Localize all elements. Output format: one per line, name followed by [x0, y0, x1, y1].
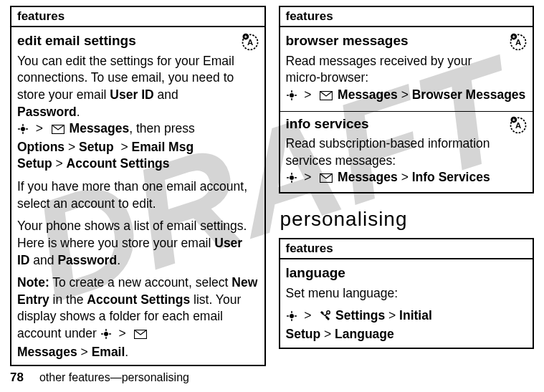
- info-services-p1: Read subscription-based information serv…: [286, 135, 505, 169]
- gt: >: [120, 140, 128, 154]
- svg-point-20: [290, 314, 294, 318]
- note-label: Note:: [17, 275, 49, 290]
- gt: >: [56, 156, 63, 171]
- text: Your phone shows a list of email setting…: [17, 219, 247, 250]
- edit-email-p1: You can edit the settings for your Email…: [17, 53, 236, 121]
- gt: >: [304, 87, 311, 102]
- gt: >: [401, 87, 409, 102]
- browser-messages-title: browser messages: [286, 32, 505, 50]
- gt: >: [36, 121, 43, 135]
- password-label: Password: [17, 105, 77, 119]
- edit-email-p3: Your phone shows a list of email setting…: [17, 218, 259, 269]
- edit-email-title: edit email settings: [17, 32, 236, 50]
- browser-messages-label: Browser Messages: [412, 87, 526, 102]
- text: , then press: [129, 121, 194, 135]
- footer-text: other features—personalising: [39, 371, 189, 384]
- operator-badge-icon: +A: [508, 115, 528, 140]
- center-key-icon: [286, 310, 297, 321]
- text: .: [77, 105, 80, 119]
- svg-point-6: [104, 332, 108, 336]
- center-key-icon: [286, 171, 297, 183]
- center-key-icon: [100, 328, 112, 339]
- page-number: 78: [10, 371, 24, 385]
- right-features-header: features: [280, 7, 533, 27]
- gt: >: [68, 140, 75, 154]
- language-label: Language: [335, 327, 394, 341]
- account-settings-label: Account Settings: [87, 292, 190, 307]
- gt: >: [401, 170, 409, 184]
- language-title: language: [286, 264, 528, 282]
- info-services-nav: > Messages > Info Services: [286, 169, 528, 188]
- page-footer: 78 other features—personalising: [10, 371, 189, 385]
- envelope-icon: [320, 88, 333, 105]
- edit-email-nav: > Messages, then press Options > Setup >…: [17, 120, 259, 173]
- envelope-icon: [134, 327, 147, 344]
- browser-messages-nav: > Messages > Browser Messages: [286, 87, 528, 105]
- setup-label: Setup: [79, 140, 114, 154]
- gt: >: [81, 345, 88, 359]
- gt: >: [388, 308, 396, 322]
- messages-label: Messages: [338, 87, 398, 102]
- svg-point-4: [21, 127, 25, 131]
- text: and: [30, 253, 58, 267]
- left-features-box: features edit email settings +A You can …: [10, 6, 266, 366]
- right-features-box: features browser messages +A Read messag…: [279, 6, 535, 193]
- language-nav: > Settings > Initial Setup > Language: [286, 307, 528, 343]
- left-features-header: features: [11, 7, 264, 27]
- svg-text:A: A: [515, 121, 521, 130]
- options-label: Options: [17, 140, 65, 154]
- svg-point-21: [327, 311, 330, 314]
- operator-badge-icon: +A: [508, 32, 528, 57]
- two-column-layout: features edit email settings +A You can …: [0, 0, 544, 371]
- svg-text:A: A: [247, 38, 252, 47]
- edit-email-body: edit email settings +A You can edit the …: [11, 27, 264, 365]
- gt: >: [324, 327, 331, 341]
- tools-icon: [320, 309, 330, 326]
- gt: >: [119, 326, 126, 340]
- email-label: Email: [92, 345, 125, 359]
- info-services-title: info services: [286, 115, 505, 133]
- text: in the: [49, 292, 87, 307]
- svg-text:A: A: [515, 38, 521, 47]
- operator-badge-icon: +A: [240, 32, 260, 57]
- user-id-label: User ID: [110, 87, 153, 102]
- center-key-icon: [286, 89, 297, 100]
- left-column: features edit email settings +A You can …: [10, 6, 266, 371]
- language-box: features language Set menu language: > S…: [279, 238, 535, 349]
- messages-label: Messages: [17, 345, 77, 359]
- language-box-header: features: [280, 239, 533, 259]
- gt: >: [304, 170, 311, 184]
- browser-messages-p1: Read messages received by your micro-bro…: [286, 53, 505, 87]
- password-label: Password: [57, 253, 117, 267]
- edit-email-note: Note: To create a new account, select Ne…: [17, 274, 259, 360]
- messages-label: Messages: [70, 121, 130, 135]
- text: and: [154, 87, 178, 102]
- text: .: [117, 253, 120, 267]
- edit-email-p2: If you have more than one email account,…: [17, 178, 259, 212]
- envelope-icon: [320, 171, 333, 188]
- personalising-heading: personalising: [280, 208, 535, 231]
- divider: [280, 111, 533, 112]
- gt: >: [304, 308, 311, 322]
- center-key-icon: [17, 123, 29, 134]
- svg-point-12: [290, 93, 294, 97]
- text: .: [125, 345, 128, 359]
- svg-point-18: [290, 176, 294, 180]
- text: To create a new account, select: [49, 275, 232, 290]
- right-column: features browser messages +A Read messag…: [279, 6, 535, 371]
- messages-label: Messages: [338, 170, 398, 184]
- account-settings-label: Account Settings: [67, 156, 170, 171]
- settings-label: Settings: [335, 308, 385, 322]
- language-body: language Set menu language: > Settings >…: [280, 259, 533, 348]
- language-p1: Set menu language:: [286, 285, 528, 302]
- browser-messages-body: browser messages +A Read messages receiv…: [280, 27, 533, 192]
- envelope-icon: [52, 122, 65, 139]
- info-services-label: Info Services: [412, 170, 490, 184]
